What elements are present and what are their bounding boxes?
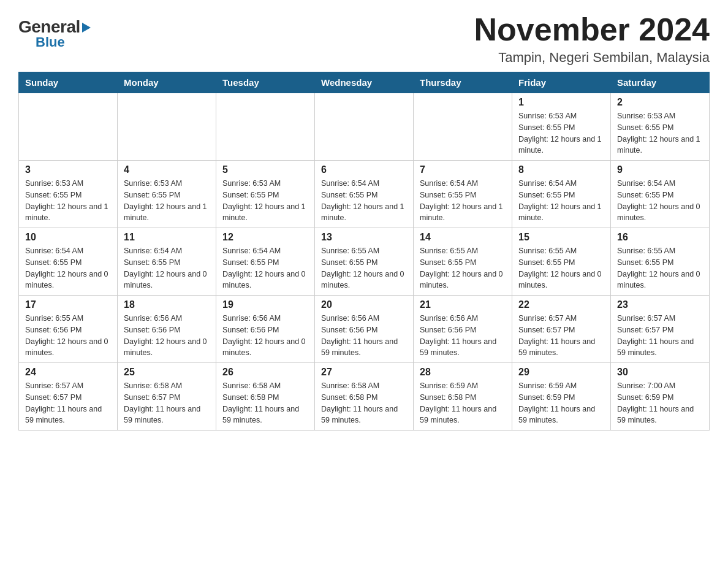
col-friday: Friday: [512, 72, 611, 93]
calendar-cell: 1Sunrise: 6:53 AM Sunset: 6:55 PM Daylig…: [512, 93, 611, 161]
calendar-cell: 21Sunrise: 6:56 AM Sunset: 6:56 PM Dayli…: [414, 296, 512, 363]
week-row-5: 24Sunrise: 6:57 AM Sunset: 6:57 PM Dayli…: [19, 363, 710, 431]
day-info: Sunrise: 6:53 AM Sunset: 6:55 PM Dayligh…: [124, 178, 210, 224]
calendar-cell: 27Sunrise: 6:58 AM Sunset: 6:58 PM Dayli…: [315, 363, 414, 431]
col-sunday: Sunday: [19, 72, 118, 93]
day-number: 27: [321, 367, 407, 378]
day-info: Sunrise: 6:54 AM Sunset: 6:55 PM Dayligh…: [518, 178, 604, 224]
day-info: Sunrise: 6:54 AM Sunset: 6:55 PM Dayligh…: [420, 178, 506, 224]
day-info: Sunrise: 6:56 AM Sunset: 6:56 PM Dayligh…: [222, 313, 308, 359]
col-tuesday: Tuesday: [216, 72, 315, 93]
day-info: Sunrise: 6:53 AM Sunset: 6:55 PM Dayligh…: [25, 178, 111, 224]
calendar-cell: 18Sunrise: 6:56 AM Sunset: 6:56 PM Dayli…: [118, 296, 216, 363]
calendar-header-row: Sunday Monday Tuesday Wednesday Thursday…: [19, 72, 710, 93]
day-info: Sunrise: 6:55 AM Sunset: 6:56 PM Dayligh…: [25, 313, 111, 359]
day-info: Sunrise: 6:56 AM Sunset: 6:56 PM Dayligh…: [321, 313, 407, 359]
day-info: Sunrise: 6:54 AM Sunset: 6:55 PM Dayligh…: [25, 245, 111, 291]
calendar-cell: 28Sunrise: 6:59 AM Sunset: 6:58 PM Dayli…: [414, 363, 512, 431]
day-info: Sunrise: 6:59 AM Sunset: 6:58 PM Dayligh…: [420, 380, 506, 426]
day-number: 7: [420, 164, 506, 175]
day-number: 13: [321, 232, 407, 243]
day-number: 3: [25, 164, 111, 175]
day-number: 22: [518, 299, 604, 310]
day-number: 30: [617, 367, 703, 378]
day-number: 19: [222, 299, 308, 310]
day-info: Sunrise: 6:54 AM Sunset: 6:55 PM Dayligh…: [617, 178, 703, 224]
col-thursday: Thursday: [414, 72, 512, 93]
calendar-cell: 24Sunrise: 6:57 AM Sunset: 6:57 PM Dayli…: [19, 363, 118, 431]
calendar-cell: 16Sunrise: 6:55 AM Sunset: 6:55 PM Dayli…: [611, 228, 710, 296]
day-number: 11: [124, 232, 210, 243]
calendar-cell: 15Sunrise: 6:55 AM Sunset: 6:55 PM Dayli…: [512, 228, 611, 296]
day-number: 28: [420, 367, 506, 378]
calendar-cell: 25Sunrise: 6:58 AM Sunset: 6:57 PM Dayli…: [118, 363, 216, 431]
calendar-cell: 22Sunrise: 6:57 AM Sunset: 6:57 PM Dayli…: [512, 296, 611, 363]
calendar-cell: 12Sunrise: 6:54 AM Sunset: 6:55 PM Dayli…: [216, 228, 315, 296]
day-number: 6: [321, 164, 407, 175]
calendar-cell: 13Sunrise: 6:55 AM Sunset: 6:55 PM Dayli…: [315, 228, 414, 296]
day-info: Sunrise: 6:57 AM Sunset: 6:57 PM Dayligh…: [25, 380, 111, 426]
day-number: 26: [222, 367, 308, 378]
day-info: Sunrise: 6:55 AM Sunset: 6:55 PM Dayligh…: [420, 245, 506, 291]
week-row-1: 1Sunrise: 6:53 AM Sunset: 6:55 PM Daylig…: [19, 93, 710, 161]
calendar-cell: 17Sunrise: 6:55 AM Sunset: 6:56 PM Dayli…: [19, 296, 118, 363]
day-info: Sunrise: 7:00 AM Sunset: 6:59 PM Dayligh…: [617, 380, 703, 426]
calendar-table: Sunday Monday Tuesday Wednesday Thursday…: [18, 72, 710, 431]
day-info: Sunrise: 6:54 AM Sunset: 6:55 PM Dayligh…: [222, 245, 308, 291]
col-monday: Monday: [118, 72, 216, 93]
calendar-cell: 8Sunrise: 6:54 AM Sunset: 6:55 PM Daylig…: [512, 161, 611, 228]
day-info: Sunrise: 6:55 AM Sunset: 6:55 PM Dayligh…: [518, 245, 604, 291]
logo: General Blue: [18, 18, 91, 49]
day-info: Sunrise: 6:55 AM Sunset: 6:55 PM Dayligh…: [617, 245, 703, 291]
calendar-cell: 5Sunrise: 6:53 AM Sunset: 6:55 PM Daylig…: [216, 161, 315, 228]
day-info: Sunrise: 6:57 AM Sunset: 6:57 PM Dayligh…: [617, 313, 703, 359]
day-number: 14: [420, 232, 506, 243]
calendar-cell: 19Sunrise: 6:56 AM Sunset: 6:56 PM Dayli…: [216, 296, 315, 363]
col-saturday: Saturday: [611, 72, 710, 93]
week-row-3: 10Sunrise: 6:54 AM Sunset: 6:55 PM Dayli…: [19, 228, 710, 296]
calendar-cell: 14Sunrise: 6:55 AM Sunset: 6:55 PM Dayli…: [414, 228, 512, 296]
day-number: 18: [124, 299, 210, 310]
day-info: Sunrise: 6:53 AM Sunset: 6:55 PM Dayligh…: [617, 110, 703, 156]
calendar-cell: 9Sunrise: 6:54 AM Sunset: 6:55 PM Daylig…: [611, 161, 710, 228]
day-number: 8: [518, 164, 604, 175]
day-number: 9: [617, 164, 703, 175]
day-number: 16: [617, 232, 703, 243]
calendar-cell: 10Sunrise: 6:54 AM Sunset: 6:55 PM Dayli…: [19, 228, 118, 296]
calendar-cell: 3Sunrise: 6:53 AM Sunset: 6:55 PM Daylig…: [19, 161, 118, 228]
day-number: 4: [124, 164, 210, 175]
day-number: 23: [617, 299, 703, 310]
day-number: 5: [222, 164, 308, 175]
location-title: Tampin, Negeri Sembilan, Malaysia: [474, 50, 710, 66]
page-header: General Blue November 2024 Tampin, Neger…: [18, 12, 710, 66]
day-info: Sunrise: 6:58 AM Sunset: 6:58 PM Dayligh…: [222, 380, 308, 426]
calendar-cell: [315, 93, 414, 161]
day-info: Sunrise: 6:53 AM Sunset: 6:55 PM Dayligh…: [222, 178, 308, 224]
calendar-cell: [216, 93, 315, 161]
calendar-cell: 7Sunrise: 6:54 AM Sunset: 6:55 PM Daylig…: [414, 161, 512, 228]
week-row-4: 17Sunrise: 6:55 AM Sunset: 6:56 PM Dayli…: [19, 296, 710, 363]
calendar-cell: 26Sunrise: 6:58 AM Sunset: 6:58 PM Dayli…: [216, 363, 315, 431]
day-number: 10: [25, 232, 111, 243]
day-number: 25: [124, 367, 210, 378]
day-info: Sunrise: 6:58 AM Sunset: 6:57 PM Dayligh…: [124, 380, 210, 426]
day-number: 12: [222, 232, 308, 243]
col-wednesday: Wednesday: [315, 72, 414, 93]
logo-general-text: General: [18, 18, 91, 36]
calendar-cell: [118, 93, 216, 161]
day-number: 17: [25, 299, 111, 310]
day-number: 21: [420, 299, 506, 310]
day-number: 15: [518, 232, 604, 243]
calendar-cell: [414, 93, 512, 161]
day-info: Sunrise: 6:55 AM Sunset: 6:55 PM Dayligh…: [321, 245, 407, 291]
logo-blue-text: Blue: [36, 36, 65, 49]
day-info: Sunrise: 6:57 AM Sunset: 6:57 PM Dayligh…: [518, 313, 604, 359]
calendar-cell: 4Sunrise: 6:53 AM Sunset: 6:55 PM Daylig…: [118, 161, 216, 228]
day-info: Sunrise: 6:56 AM Sunset: 6:56 PM Dayligh…: [420, 313, 506, 359]
day-number: 1: [518, 97, 604, 108]
calendar-cell: 29Sunrise: 6:59 AM Sunset: 6:59 PM Dayli…: [512, 363, 611, 431]
calendar-cell: 30Sunrise: 7:00 AM Sunset: 6:59 PM Dayli…: [611, 363, 710, 431]
day-info: Sunrise: 6:56 AM Sunset: 6:56 PM Dayligh…: [124, 313, 210, 359]
title-area: November 2024 Tampin, Negeri Sembilan, M…: [474, 12, 710, 66]
day-number: 2: [617, 97, 703, 108]
